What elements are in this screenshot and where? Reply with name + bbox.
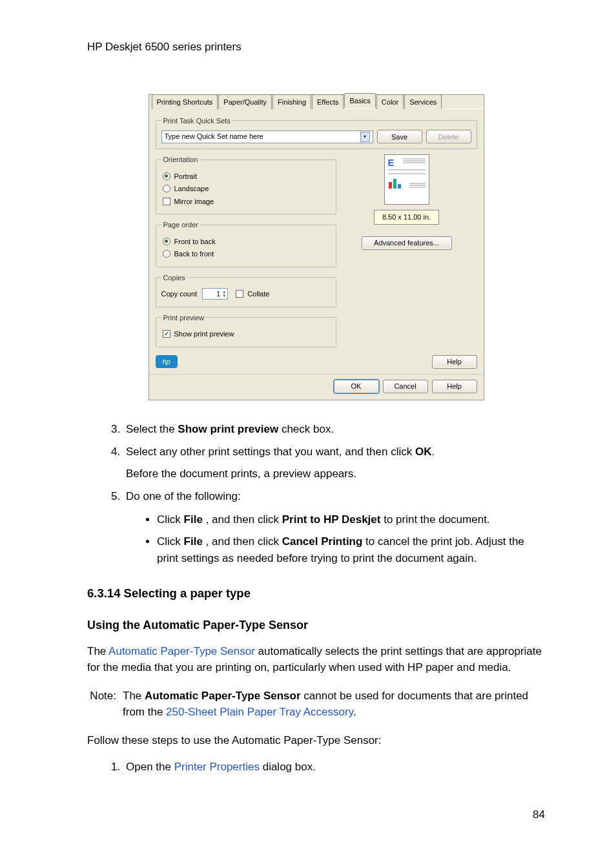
hp-logo-icon[interactable]: hp: [156, 355, 178, 368]
instruction-list-2: Open the Printer Properties dialog box.: [87, 759, 545, 776]
step-5-option-1: Click File , and then click Print to HP …: [157, 511, 545, 528]
portrait-label: Portrait: [174, 171, 197, 182]
page-order-group: Page order Front to back Back to front: [156, 220, 336, 267]
mirror-checkbox[interactable]: Mirror image: [163, 196, 329, 207]
orientation-legend: Orientation: [161, 154, 200, 165]
back-to-front-radio[interactable]: Back to front: [163, 249, 329, 260]
btf-label: Back to front: [174, 249, 214, 260]
radio-off-icon: [163, 250, 170, 258]
copies-group: Copies Copy count 1 ▲▼ Collate: [156, 272, 336, 307]
radio-off-icon: [163, 185, 170, 192]
step-5: Do one of the following: Click File , an…: [123, 488, 545, 566]
orientation-group: Orientation Portrait Landscape Mirror im…: [156, 154, 336, 214]
step-4-note: Before the document prints, a preview ap…: [126, 466, 545, 482]
printer-properties-link[interactable]: Printer Properties: [174, 761, 260, 773]
quick-set-combo[interactable]: Type new Quick Set name here ▾: [161, 130, 373, 143]
delete-button: Delete: [426, 130, 471, 143]
instruction-list: Select the Show print preview check box.…: [87, 421, 545, 567]
tab-finishing[interactable]: Finishing: [272, 94, 311, 109]
tray-accessory-link[interactable]: 250-Sheet Plain Paper Tray Accessory: [166, 706, 353, 718]
dialog-screenshot: Printing Shortcuts Paper/Quality Finishi…: [87, 94, 545, 400]
step-4: Select any other print settings that you…: [123, 444, 545, 482]
tab-printing-shortcuts[interactable]: Printing Shortcuts: [152, 94, 218, 109]
checkbox-off-icon: [163, 198, 170, 205]
tab-services[interactable]: Services: [404, 94, 442, 109]
ok-button[interactable]: OK: [334, 380, 379, 393]
page-number: 84: [87, 807, 545, 823]
copy-count-value: 1: [216, 289, 220, 300]
tab-color[interactable]: Color: [376, 94, 404, 109]
mirror-label: Mirror image: [174, 196, 214, 207]
print-preview-group: Print preview Show print preview: [156, 313, 336, 347]
ftb-label: Front to back: [174, 236, 216, 247]
page-preview: E: [384, 154, 429, 205]
copies-legend: Copies: [161, 272, 187, 283]
copy-count-spinner[interactable]: 1 ▲▼: [202, 288, 228, 300]
auto-paper-sensor-link[interactable]: Automatic Paper-Type Sensor: [108, 645, 255, 657]
quick-sets-legend: Print Task Quick Sets: [161, 116, 232, 127]
advanced-features-button[interactable]: Advanced features...: [362, 236, 452, 250]
quick-set-placeholder: Type new Quick Set name here: [165, 131, 263, 142]
page-title: HP Deskjet 6500 series printers: [87, 39, 545, 56]
front-to-back-radio[interactable]: Front to back: [163, 236, 329, 247]
paragraph: Follow these steps to use the Automatic …: [87, 732, 545, 749]
paper-size-badge: 8.50 x 11.00 in.: [374, 210, 439, 225]
cancel-button[interactable]: Cancel: [383, 380, 428, 393]
page-order-legend: Page order: [161, 220, 200, 231]
note-label: Note:: [87, 688, 123, 721]
help-inner-button[interactable]: Help: [432, 355, 477, 369]
help-button[interactable]: Help: [432, 380, 477, 393]
chevron-down-icon[interactable]: ▾: [360, 132, 370, 142]
radio-on-icon: [163, 172, 170, 180]
radio-on-icon: [163, 238, 170, 245]
print-preview-legend: Print preview: [161, 313, 207, 324]
paragraph: The Automatic Paper-Type Sensor automati…: [87, 643, 545, 676]
copy-count-label: Copy count: [161, 289, 198, 300]
tab-effects[interactable]: Effects: [312, 94, 344, 109]
landscape-label: Landscape: [174, 183, 209, 194]
printer-properties-dialog: Printing Shortcuts Paper/Quality Finishi…: [149, 94, 484, 400]
note-block: Note: The Automatic Paper-Type Sensor ca…: [87, 688, 545, 721]
show-print-preview-checkbox[interactable]: Show print preview: [163, 329, 329, 340]
tab-basics[interactable]: Basics: [344, 93, 375, 108]
checkbox-on-icon: [163, 330, 170, 338]
collate-label: Collate: [247, 289, 269, 300]
section-heading: 6.3.14 Selecting a paper type: [87, 584, 545, 602]
save-button[interactable]: Save: [377, 130, 422, 143]
landscape-radio[interactable]: Landscape: [163, 183, 329, 194]
checkbox-off-icon: [236, 290, 243, 298]
tab-paper-quality[interactable]: Paper/Quality: [218, 94, 272, 109]
spinner-down-icon[interactable]: ▼: [222, 294, 226, 298]
tab-strip: Printing Shortcuts Paper/Quality Finishi…: [149, 95, 484, 109]
step-5-option-2: Click File , and then click Cancel Print…: [157, 533, 545, 566]
note-body: The Automatic Paper-Type Sensor cannot b…: [123, 688, 545, 721]
step-3: Select the Show print preview check box.: [123, 421, 545, 438]
preview-glyph: E: [388, 158, 395, 167]
quick-sets-group: Print Task Quick Sets Type new Quick Set…: [156, 116, 477, 150]
step-1: Open the Printer Properties dialog box.: [123, 759, 545, 776]
show-print-preview-label: Show print preview: [174, 329, 234, 340]
subsection-heading: Using the Automatic Paper-Type Sensor: [87, 617, 545, 634]
portrait-radio[interactable]: Portrait: [163, 171, 329, 182]
